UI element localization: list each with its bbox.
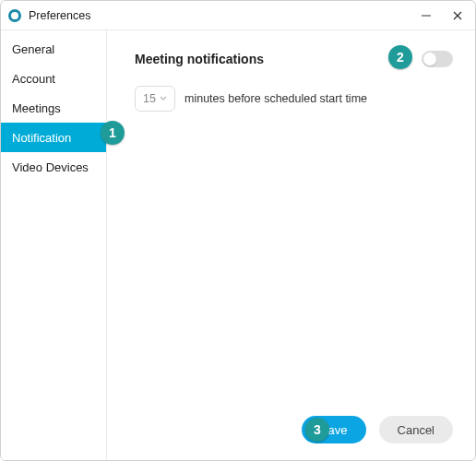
sidebar-item-label: General xyxy=(12,42,54,56)
sidebar-item-label: Meetings xyxy=(12,101,61,115)
toggle-knob-icon xyxy=(423,53,436,65)
sidebar: General Account Meetings Notification Vi… xyxy=(1,30,106,460)
toggle-wrap xyxy=(422,51,453,67)
footer: Save Cancel xyxy=(135,405,453,443)
sidebar-item-label: Notification xyxy=(12,131,71,145)
cancel-button[interactable]: Cancel xyxy=(379,416,453,443)
minutes-value: 15 xyxy=(143,92,156,105)
cancel-label: Cancel xyxy=(398,423,434,437)
titlebar: Preferences xyxy=(1,1,475,30)
save-label: Save xyxy=(320,423,348,437)
sidebar-item-notification[interactable]: Notification xyxy=(1,123,106,152)
section-header: Meeting notifications xyxy=(135,51,453,67)
minimize-button[interactable] xyxy=(420,9,433,22)
notifications-toggle[interactable] xyxy=(422,51,453,67)
sidebar-item-account[interactable]: Account xyxy=(1,64,106,93)
preferences-window: Preferences General Account Meetings Not… xyxy=(0,0,476,461)
body: General Account Meetings Notification Vi… xyxy=(1,30,475,460)
minimize-icon xyxy=(421,10,432,21)
minutes-row: 15 minutes before scheduled start time xyxy=(135,86,453,112)
sidebar-item-video-devices[interactable]: Video Devices xyxy=(1,152,106,182)
save-button[interactable]: Save xyxy=(302,416,366,443)
minutes-select[interactable]: 15 xyxy=(135,86,175,112)
close-icon xyxy=(452,10,463,21)
chevron-down-icon xyxy=(160,95,167,102)
minutes-hint: minutes before scheduled start time xyxy=(184,92,367,105)
window-title: Preferences xyxy=(29,9,90,22)
sidebar-item-meetings[interactable]: Meetings xyxy=(1,93,106,123)
window-controls xyxy=(420,9,468,22)
section-title: Meeting notifications xyxy=(135,52,264,66)
close-button[interactable] xyxy=(451,9,464,22)
sidebar-item-label: Account xyxy=(12,72,55,86)
content-pane: Meeting notifications 15 minutes before … xyxy=(106,30,475,460)
sidebar-item-label: Video Devices xyxy=(12,160,89,174)
sidebar-item-general[interactable]: General xyxy=(1,34,106,64)
app-logo-icon xyxy=(8,9,21,22)
